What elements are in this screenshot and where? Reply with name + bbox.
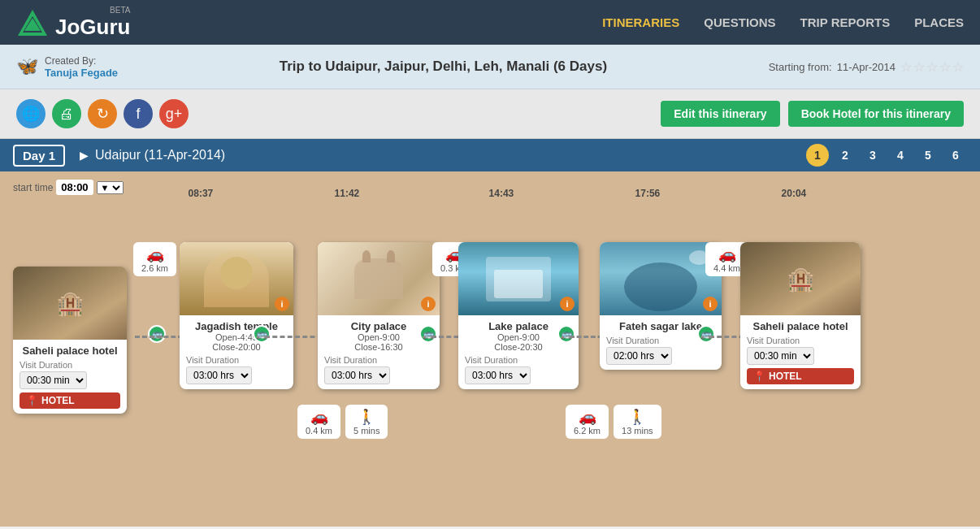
bus-stop-2: 🚌 xyxy=(253,325,271,343)
day-num-1[interactable]: 1 xyxy=(806,144,829,167)
saheli-end-visit-label: Visit Duration xyxy=(747,336,854,345)
day-num-6[interactable]: 6 xyxy=(944,144,967,167)
start-time-dropdown[interactable]: ▼ xyxy=(97,181,124,194)
lakepalace-name: Lake palace xyxy=(465,320,572,332)
nav-questions[interactable]: QUESTIONS xyxy=(704,15,775,29)
day-num-5[interactable]: 5 xyxy=(917,144,939,167)
creator-info: 🦋 Created By: Tanuja Fegade xyxy=(16,55,118,79)
saheli-start-duration-select[interactable]: 00:30 min xyxy=(20,371,87,389)
book-hotel-button[interactable]: Book Hotel for this itinerary xyxy=(788,101,964,127)
creator-name[interactable]: Tanuja Fegade xyxy=(45,67,118,79)
google-plus-icon[interactable]: g+ xyxy=(159,99,189,128)
lakepalace-info-badge: i xyxy=(560,297,575,311)
star-4[interactable]: ☆ xyxy=(939,59,951,75)
beta-label: BETA xyxy=(55,6,130,15)
star-2[interactable]: ☆ xyxy=(913,59,925,75)
saheli-end-name: Saheli palace hotel xyxy=(747,320,854,332)
day-num-2[interactable]: 2 xyxy=(834,144,856,167)
time-marker-3: 14:43 xyxy=(489,188,514,199)
refresh-icon[interactable]: ↻ xyxy=(88,99,117,128)
car-dist-4: 6.2 km xyxy=(574,426,601,436)
lakepalace-visit-label: Visit Duration xyxy=(465,355,572,365)
timeline-area: start time 08:00 ▼ 08:37 11:42 14:43 17:… xyxy=(0,171,980,527)
car-icon-4: 🚗 xyxy=(574,408,601,426)
day-city: Udaipur (11-Apr-2014) xyxy=(95,148,225,163)
place-card-fateh: i Fateh sagar lake Visit Duration 02:00 … xyxy=(600,242,722,370)
jagadish-name: Jagadish temple xyxy=(186,320,287,332)
logo-text: JoGuru xyxy=(55,15,130,40)
place-card-saheli-start: 🏨 Saheli palace hotel Visit Duration 00:… xyxy=(13,267,127,414)
car-dist-5: 4.4 km xyxy=(713,263,740,273)
jagadish-close: Close-20:00 xyxy=(186,342,287,352)
car-icon-1: 🚗 xyxy=(141,245,168,263)
jagadish-duration-select[interactable]: 03:00 hrs xyxy=(186,366,252,384)
created-by-label: Created By: xyxy=(45,55,118,67)
citypalace-name: City palace xyxy=(324,320,433,332)
cards-container: 🏨 Saheli palace hotel Visit Duration 00:… xyxy=(13,202,956,510)
toolbar-icons: 🌐 🖨 ↻ f g+ xyxy=(16,99,189,128)
bus-stop-5: 🚌 xyxy=(697,325,715,343)
sub-header: 🦋 Created By: Tanuja Fegade Trip to Udai… xyxy=(0,45,980,89)
jagadish-visit-label: Visit Duration xyxy=(186,355,287,365)
saheli-end-duration-select[interactable]: 00:30 min xyxy=(747,347,814,365)
day-numbers: 1 2 3 4 5 6 xyxy=(806,144,967,167)
car-dist-2: 0.4 km xyxy=(306,426,332,436)
start-time-label: start time xyxy=(13,182,53,193)
citypalace-open: Open-9:00 xyxy=(324,332,433,342)
edit-itinerary-button[interactable]: Edit this itinerary xyxy=(661,101,779,127)
citypalace-visit-label: Visit Duration xyxy=(324,355,433,365)
time-marker-2: 11:42 xyxy=(335,188,360,199)
walk-time-4: 13 mins xyxy=(622,426,653,436)
nav-trip-reports[interactable]: TRIP REPORTS xyxy=(800,15,891,29)
day-label: Day 1 xyxy=(13,145,65,167)
walk-icon-2: 🚶 xyxy=(353,408,379,426)
hotel-pin-icon-2: 📍 xyxy=(753,371,765,382)
citypalace-duration-select[interactable]: 03:00 hrs xyxy=(324,366,390,384)
fateh-info-badge: i xyxy=(703,297,718,311)
logo-icon xyxy=(16,8,49,37)
arrow-icon: ▶ xyxy=(80,149,89,162)
starting-date: 11-Apr-2014 xyxy=(837,61,895,73)
citypalace-info-badge: i xyxy=(421,297,436,311)
hotel-label-1: HOTEL xyxy=(41,395,75,406)
fateh-duration-select[interactable]: 02:00 hrs xyxy=(606,347,672,365)
walk-time-2: 5 mins xyxy=(353,426,379,436)
place-card-jagadish: i Jagadish temple Open-4:45 Close-20:00 … xyxy=(180,242,293,389)
jagadish-info-badge: i xyxy=(275,297,289,311)
time-marker-4: 17:56 xyxy=(635,188,661,199)
travel-seg-4: 🚗 6.2 km 🚶 13 mins xyxy=(566,405,661,439)
star-3[interactable]: ☆ xyxy=(926,59,938,75)
hotel-pin-icon: 📍 xyxy=(26,395,38,406)
walk-icon-4: 🚶 xyxy=(622,408,653,426)
car-icon-2: 🚗 xyxy=(306,408,332,426)
facebook-icon[interactable]: f xyxy=(124,99,153,128)
butterfly-icon: 🦋 xyxy=(16,56,38,77)
print-icon[interactable]: 🖨 xyxy=(52,99,81,128)
lakepalace-duration-select[interactable]: 03:00 hrs xyxy=(465,366,531,384)
star-1[interactable]: ☆ xyxy=(900,59,912,75)
hotel-label-2: HOTEL xyxy=(769,371,802,382)
place-card-lakepalace: i Lake palace Open-9:00 Close-20:30 Visi… xyxy=(458,242,579,389)
trip-title: Trip to Udaipur, Jaipur, Delhi, Leh, Man… xyxy=(280,59,607,75)
starting-info: Starting from: 11-Apr-2014 ☆ ☆ ☆ ☆ ☆ xyxy=(769,59,964,75)
saheli-end-hotel-badge: 📍 HOTEL xyxy=(747,368,854,384)
nav-links: ITINERARIES QUESTIONS TRIP REPORTS PLACE… xyxy=(602,15,964,29)
time-marker-1: 08:37 xyxy=(189,188,214,199)
bus-stop-4: 🚌 xyxy=(557,325,575,343)
toolbar-buttons: Edit this itinerary Book Hotel for this … xyxy=(661,101,964,127)
header: BETA JoGuru ITINERARIES QUESTIONS TRIP R… xyxy=(0,0,980,45)
star-5[interactable]: ☆ xyxy=(952,59,964,75)
saheli-start-name: Saheli palace hotel xyxy=(20,345,120,357)
time-marker-5: 20:04 xyxy=(782,188,807,199)
place-card-citypalace: i City palace Open-9:00 Close-16:30 Visi… xyxy=(318,242,440,389)
nav-places[interactable]: PLACES xyxy=(914,15,964,29)
day-num-4[interactable]: 4 xyxy=(889,144,912,167)
lakepalace-close: Close-20:30 xyxy=(465,342,572,352)
start-time-value: 08:00 xyxy=(56,180,93,195)
day-num-3[interactable]: 3 xyxy=(861,144,884,167)
lakepalace-open: Open-9:00 xyxy=(465,332,572,342)
nav-itineraries[interactable]: ITINERARIES xyxy=(602,15,679,29)
day-bar: Day 1 ▶ Udaipur (11-Apr-2014) 1 2 3 4 5 … xyxy=(0,139,980,171)
globe-icon[interactable]: 🌐 xyxy=(16,99,46,128)
bus-stop-3: 🚌 xyxy=(419,325,437,343)
